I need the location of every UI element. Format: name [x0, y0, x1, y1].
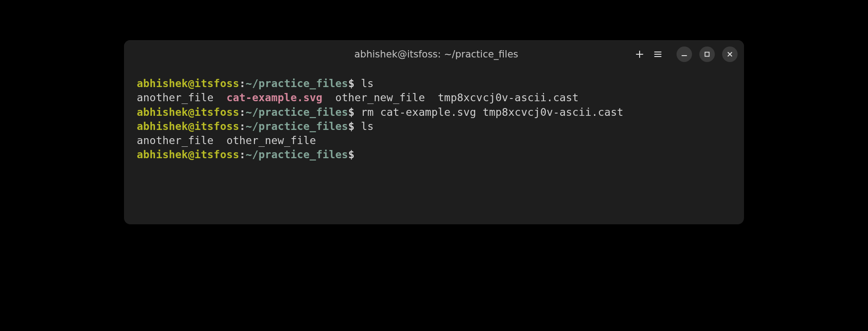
prompt-user: abhishek	[137, 78, 188, 89]
prompt-at: @	[188, 106, 194, 118]
prompt-path: ~/practice_files	[246, 78, 348, 89]
close-button[interactable]	[722, 47, 738, 62]
file-name: another_file	[137, 134, 214, 146]
file-name: cat-example.svg	[227, 92, 323, 103]
terminal-line: abhishek@itsfoss:~/practice_files$	[137, 148, 731, 162]
menu-button[interactable]	[653, 49, 663, 59]
terminal-line: abhishek@itsfoss:~/practice_files$ ls	[137, 77, 731, 91]
file-name: tmp8xcvcj0v-ascii.cast	[438, 92, 579, 103]
titlebar: abhishek@itsfoss: ~/practice_files	[124, 40, 744, 68]
prompt-dollar: $	[348, 149, 355, 160]
file-name: other_new_file	[336, 92, 425, 103]
prompt-dollar: $	[348, 120, 355, 132]
command-text	[355, 149, 361, 160]
terminal-line: abhishek@itsfoss:~/practice_files$ rm ca…	[137, 105, 731, 119]
prompt-host: itsfoss	[194, 106, 239, 118]
terminal-line: another_file cat-example.svg other_new_f…	[137, 91, 731, 105]
prompt-path: ~/practice_files	[246, 120, 348, 132]
prompt-host: itsfoss	[194, 149, 239, 160]
new-tab-button[interactable]	[635, 49, 645, 59]
command-text: ls	[355, 78, 374, 89]
prompt-at: @	[188, 78, 194, 89]
prompt-at: @	[188, 120, 194, 132]
file-name: another_file	[137, 92, 214, 103]
prompt-colon: :	[239, 149, 246, 160]
prompt-path: ~/practice_files	[246, 106, 348, 118]
prompt-colon: :	[239, 106, 246, 118]
prompt-dollar: $	[348, 78, 355, 89]
prompt-colon: :	[239, 78, 246, 89]
prompt-path: ~/practice_files	[246, 149, 348, 160]
prompt-at: @	[188, 149, 194, 160]
titlebar-actions	[635, 47, 738, 62]
terminal-output[interactable]: abhishek@itsfoss:~/practice_files$ ls an…	[124, 68, 744, 224]
prompt-user: abhishek	[137, 106, 188, 118]
terminal-line: another_file other_new_file	[137, 134, 731, 148]
prompt-host: itsfoss	[194, 120, 239, 132]
svg-rect-0	[705, 52, 709, 57]
prompt-host: itsfoss	[194, 78, 239, 89]
prompt-dollar: $	[348, 106, 355, 118]
maximize-button[interactable]	[699, 47, 715, 62]
prompt-colon: :	[239, 120, 246, 132]
terminal-line: abhishek@itsfoss:~/practice_files$ ls	[137, 119, 731, 134]
prompt-user: abhishek	[137, 149, 188, 160]
minimize-button[interactable]	[677, 47, 692, 62]
file-name: other_new_file	[227, 134, 316, 146]
terminal-window: abhishek@itsfoss: ~/practice_files	[124, 40, 744, 224]
prompt-user: abhishek	[137, 120, 188, 132]
command-text: rm cat-example.svg tmp8xcvcj0v-ascii.cas…	[355, 106, 624, 118]
window-title: abhishek@itsfoss: ~/practice_files	[354, 49, 518, 60]
command-text: ls	[355, 120, 374, 132]
